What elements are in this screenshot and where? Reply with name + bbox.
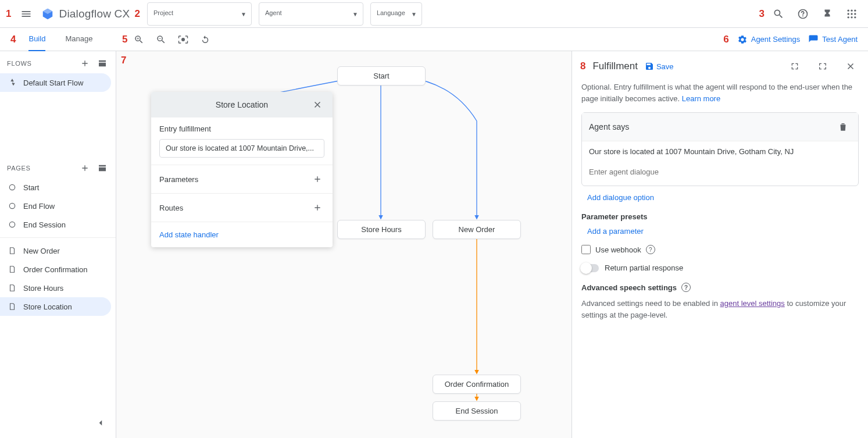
page-label: Store Hours	[23, 284, 63, 293]
add-flow-icon[interactable]	[77, 56, 92, 71]
page-label: Order Confirmation	[23, 265, 88, 274]
help-icon[interactable]: ?	[646, 245, 655, 254]
page-item-store-hours[interactable]: Store Hours	[0, 279, 111, 297]
pages-heading: PAGES	[7, 165, 31, 172]
node-start[interactable]: Start	[337, 66, 426, 86]
add-parameter-icon[interactable]	[310, 172, 324, 186]
page-item-new-order[interactable]: New Order	[0, 241, 111, 260]
chevron-down-icon: ▼	[411, 10, 417, 17]
agent-says-card: Agent says Our store is located at 1007 …	[581, 112, 859, 186]
delete-icon[interactable]	[835, 119, 851, 135]
svg-point-11	[9, 184, 15, 190]
apps-icon[interactable]	[841, 3, 862, 24]
project-selector[interactable]: Project ▼	[147, 2, 252, 26]
flow-panel-icon[interactable]	[95, 56, 110, 71]
page-item-order-confirmation[interactable]: Order Confirmation	[0, 260, 111, 279]
svg-point-4	[854, 9, 856, 11]
save-button[interactable]: Save	[645, 62, 674, 71]
language-selector[interactable]: Language ▼	[370, 2, 422, 26]
zoom-out-icon[interactable]	[151, 29, 172, 50]
help-icon[interactable]: ?	[681, 283, 691, 292]
sidebar: FLOWS Default Start Flow PAGES	[0, 51, 116, 438]
node-label: New Order	[459, 225, 495, 234]
collapse-sidebar-icon[interactable]	[90, 412, 111, 433]
hourglass-icon[interactable]	[817, 3, 838, 24]
page-label: New Order	[23, 247, 60, 255]
page-label: End Flow	[23, 202, 55, 211]
language-selector-label: Language	[377, 9, 405, 16]
tab-label: Build	[28, 34, 45, 43]
fit-screen-icon[interactable]	[173, 29, 194, 50]
panel-title: Fulfillment	[592, 60, 637, 72]
test-agent-button[interactable]: Test Agent	[808, 34, 858, 45]
menu-icon[interactable]	[16, 3, 37, 24]
parameters-label: Parameters	[159, 175, 198, 184]
node-order-confirmation[interactable]: Order Confirmation	[433, 375, 521, 394]
node-end-session[interactable]: End Session	[433, 401, 521, 421]
agent-level-settings-link[interactable]: agent level settings	[720, 299, 785, 308]
annotation-4: 4	[10, 34, 16, 45]
tab-build[interactable]: Build	[28, 28, 45, 51]
divider	[0, 237, 116, 238]
circle-icon	[7, 201, 17, 211]
page-icon	[7, 264, 17, 275]
reset-rotation-icon[interactable]	[195, 29, 216, 50]
annotation-3: 3	[759, 8, 765, 20]
agent-selector[interactable]: Agent ▼	[259, 2, 363, 26]
add-state-handler-link[interactable]: Add state handler	[159, 230, 219, 239]
chevron-down-icon: ▼	[241, 10, 247, 17]
agent-response-line[interactable]: Our store is located at 1007 Mountain Dr…	[582, 141, 858, 162]
chevron-down-icon: ▼	[352, 10, 358, 17]
page-item-store-location[interactable]: Store Location	[0, 297, 111, 316]
learn-more-link[interactable]: Learn more	[682, 94, 720, 103]
entry-fulfillment-value[interactable]: Our store is located at 1007 Mountain Dr…	[159, 139, 324, 158]
add-route-icon[interactable]	[310, 201, 324, 215]
return-partial-toggle[interactable]	[581, 264, 599, 272]
page-card-title: Store Location	[216, 100, 268, 109]
page-icon	[7, 245, 17, 256]
page-label: End Session	[23, 220, 66, 229]
agent-selector-label: Agent	[265, 9, 347, 16]
annotation-5: 5	[122, 34, 127, 45]
flows-heading: FLOWS	[7, 60, 32, 67]
agent-says-label: Agent says	[589, 122, 629, 131]
page-item-end-session[interactable]: End Session	[0, 215, 111, 234]
svg-point-10	[854, 16, 856, 18]
use-webhook-label: Use webhook	[595, 245, 641, 254]
flow-item-default-start[interactable]: Default Start Flow	[0, 73, 111, 92]
close-panel-icon[interactable]	[840, 56, 861, 77]
zoom-in-icon[interactable]	[128, 29, 149, 50]
svg-point-8	[848, 16, 849, 18]
top-bar: 1 Dialogflow CX 2 Project ▼ Agent ▼ Lang…	[0, 0, 868, 28]
expand-icon[interactable]	[784, 56, 805, 77]
page-item-start[interactable]: Start	[0, 178, 111, 197]
add-page-icon[interactable]	[77, 161, 92, 176]
page-icon	[7, 301, 17, 312]
help-icon[interactable]	[792, 3, 813, 24]
svg-point-7	[854, 13, 856, 15]
svg-point-2	[848, 9, 849, 11]
add-parameter-link[interactable]: Add a parameter	[587, 227, 644, 236]
advanced-speech-heading: Advanced speech settings	[581, 283, 677, 292]
parameter-presets-heading: Parameter presets	[581, 212, 859, 221]
search-icon[interactable]	[768, 3, 789, 24]
node-label: Order Confirmation	[445, 380, 509, 389]
use-webhook-checkbox[interactable]	[581, 245, 591, 254]
tab-manage[interactable]: Manage	[65, 28, 92, 51]
svg-point-3	[851, 9, 852, 11]
close-icon[interactable]	[307, 94, 328, 115]
node-label: Start	[373, 72, 389, 80]
test-agent-label: Test Agent	[822, 35, 858, 44]
annotation-6: 6	[723, 34, 728, 45]
agent-dialogue-input[interactable]	[589, 165, 851, 179]
node-store-hours[interactable]: Store Hours	[337, 220, 426, 239]
page-detail-card: Store Location Entry fulfillment Our sto…	[151, 92, 333, 247]
flow-canvas[interactable]: 7 Start Store Hours New Order	[116, 51, 571, 438]
page-item-end-flow[interactable]: End Flow	[0, 197, 111, 215]
tab-label: Manage	[65, 34, 92, 43]
collapse-icon[interactable]	[812, 56, 833, 77]
agent-settings-button[interactable]: Agent Settings	[737, 34, 801, 45]
node-new-order[interactable]: New Order	[433, 220, 521, 239]
add-dialogue-option-link[interactable]: Add dialogue option	[587, 193, 654, 202]
page-panel-icon[interactable]	[95, 161, 110, 176]
